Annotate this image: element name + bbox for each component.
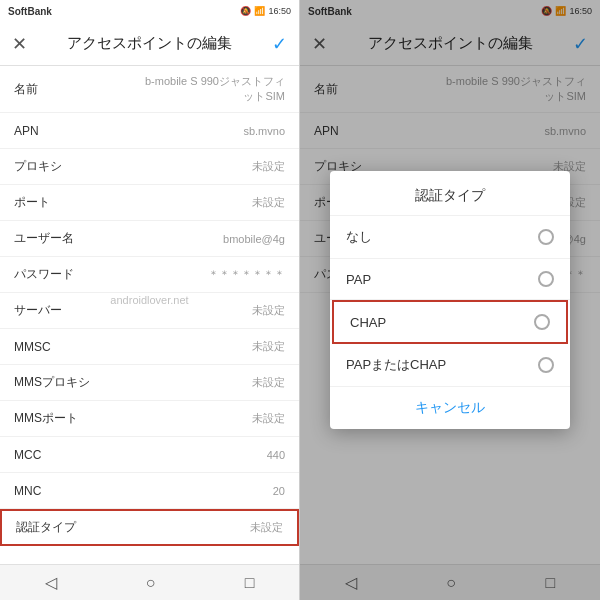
radio-pap (538, 271, 554, 287)
left-panel: SoftBank 🔕 📶 16:50 ✕ アクセスポイントの編集 ✓ 名前 b-… (0, 0, 300, 600)
list-item[interactable]: プロキシ 未設定 (0, 149, 299, 185)
right-panel: SoftBank 🔕 📶 16:50 ✕ アクセスポイントの編集 ✓ 名前 b-… (300, 0, 600, 600)
list-item[interactable]: ポート 未設定 (0, 185, 299, 221)
list-item[interactable]: MNC 20 (0, 473, 299, 509)
silent-icon: 🔕 (240, 6, 251, 16)
left-settings-list: 名前 b-mobile S 990ジャストフィットSIM APN sb.mvno… (0, 66, 299, 564)
recent-icon[interactable]: □ (245, 574, 255, 592)
dialog-overlay[interactable]: 認証タイプ なし PAP CHAP PAPまたはCHAP キャンセル (300, 0, 600, 600)
auth-type-item[interactable]: 認証タイプ 未設定 (0, 509, 299, 546)
left-status-icons: 🔕 📶 16:50 (240, 6, 291, 16)
left-time: 16:50 (268, 6, 291, 16)
dialog-option-nashi[interactable]: なし (330, 216, 570, 259)
left-app-bar: ✕ アクセスポイントの編集 ✓ (0, 22, 299, 66)
radio-nashi (538, 229, 554, 245)
list-item[interactable]: MCC 440 (0, 437, 299, 473)
dialog-option-pap[interactable]: PAP (330, 259, 570, 300)
left-carrier: SoftBank (8, 6, 52, 17)
left-check-icon[interactable]: ✓ (272, 33, 287, 55)
radio-chap (534, 314, 550, 330)
list-item[interactable]: サーバー 未設定 (0, 293, 299, 329)
left-app-title: アクセスポイントの編集 (67, 34, 232, 53)
left-status-bar: SoftBank 🔕 📶 16:50 (0, 0, 299, 22)
dialog-option-pap-chap[interactable]: PAPまたはCHAP (330, 344, 570, 387)
radio-pap-chap (538, 357, 554, 373)
dialog-option-chap[interactable]: CHAP (332, 300, 568, 344)
signal-icon: 📶 (254, 6, 265, 16)
list-item[interactable]: APN sb.mvno (0, 113, 299, 149)
left-nav-bar: ◁ ○ □ (0, 564, 299, 600)
dialog-cancel-button[interactable]: キャンセル (330, 387, 570, 429)
back-icon[interactable]: ◁ (45, 573, 57, 592)
list-item[interactable]: パスワード ＊＊＊＊＊＊＊ (0, 257, 299, 293)
left-close-icon[interactable]: ✕ (12, 33, 27, 55)
list-item[interactable]: 名前 b-mobile S 990ジャストフィットSIM (0, 66, 299, 113)
list-item[interactable]: MMSC 未設定 (0, 329, 299, 365)
list-item[interactable]: MMSポート 未設定 (0, 401, 299, 437)
list-item[interactable]: MMSプロキシ 未設定 (0, 365, 299, 401)
auth-type-dialog: 認証タイプ なし PAP CHAP PAPまたはCHAP キャンセル (330, 171, 570, 429)
dialog-title: 認証タイプ (330, 171, 570, 216)
home-icon[interactable]: ○ (146, 574, 156, 592)
list-item[interactable]: ユーザー名 bmobile@4g (0, 221, 299, 257)
